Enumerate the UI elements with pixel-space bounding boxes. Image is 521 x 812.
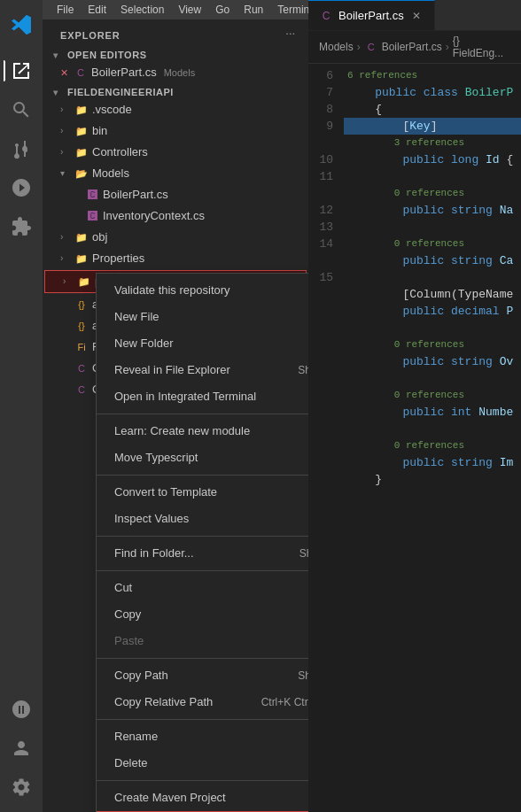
code-line: [Column(TypeName	[344, 286, 521, 303]
folder-icon: 📁	[74, 145, 89, 159]
explorer-icon[interactable]	[4, 53, 39, 89]
menu-inspect-values[interactable]: Inspect Values	[97, 506, 308, 532]
folder-icon: 📁	[74, 124, 89, 138]
code-line: }	[344, 471, 521, 488]
menu-validate-repository[interactable]: Validate this repository	[97, 277, 308, 304]
menu-copy[interactable]: Copy Ctrl+C	[97, 601, 308, 628]
tree-boilerpart-cs[interactable]: 🅲 BoilerPart.cs	[43, 184, 308, 205]
sidebar: File Edit Selection View Go Run Terminal…	[43, 0, 308, 812]
code-line	[344, 370, 521, 387]
editor-content: 6 7 8 9 10 11 12 13 14 15	[308, 64, 521, 812]
fieldengineeriapi-section[interactable]: ▾ FIELDENGINEERIAPI	[43, 83, 308, 99]
breadcrumb-filename[interactable]: BoilerPart.cs	[382, 41, 442, 53]
open-editor-context: Models	[164, 63, 195, 82]
vscode-logo-icon[interactable]	[4, 7, 39, 43]
folder-icon: 📁	[74, 103, 89, 117]
tab-close-button[interactable]: ✕	[409, 9, 424, 23]
rss-file-icon: Fi	[74, 340, 89, 354]
line-numbers: 6 7 8 9 10 11 12 13 14 15	[308, 64, 344, 812]
cs-file-icon: C	[74, 66, 88, 80]
breadcrumb-models[interactable]: Models	[319, 41, 354, 53]
open-editors-section[interactable]: ▾ OPEN EDITORS	[43, 46, 308, 62]
menu-paste[interactable]: Paste Ctrl+V	[97, 628, 308, 654]
tab-filename: BoilerPart.cs	[338, 9, 404, 22]
search-icon[interactable]	[4, 92, 39, 128]
code-line: public decimal P	[344, 303, 521, 320]
editor-tabs: C BoilerPart.cs ✕	[308, 0, 521, 31]
folder-icon: 📁	[74, 230, 89, 244]
code-line: 6 references	[344, 67, 521, 84]
code-line: 0 references	[344, 185, 521, 202]
menu-separator-1	[97, 414, 308, 414]
open-editor-boilerpart[interactable]: ✕ C BoilerPart.cs Models	[43, 62, 308, 83]
main-content: File Edit Selection View Go Run Terminal…	[43, 0, 521, 812]
tree-vscode[interactable]: › 📁 .vscode	[43, 99, 308, 120]
menu-copy-path[interactable]: Copy Path Shift+Alt+C	[97, 662, 308, 689]
fieldengineeriapi-label: FIELDENGINEERIAPI	[67, 87, 174, 97]
menu-view[interactable]: View	[171, 2, 208, 18]
menu-new-file[interactable]: New File	[97, 304, 308, 330]
cs-file-icon: C	[74, 361, 89, 375]
tree-properties[interactable]: › 📁 Properties	[43, 248, 308, 269]
menu-go[interactable]: Go	[208, 2, 237, 18]
json-file-icon: {}	[74, 319, 89, 333]
menu-rename[interactable]: Rename F2	[97, 723, 308, 750]
menu-open-terminal[interactable]: Open in Integrated Terminal	[97, 383, 308, 410]
menu-selection[interactable]: Selection	[113, 2, 171, 18]
breadcrumb-sep-2: ›	[446, 41, 449, 53]
code-line: {	[344, 101, 521, 118]
close-icon[interactable]: ✕	[60, 63, 68, 82]
menu-find-folder[interactable]: Find in Folder... Shift+Alt+F	[97, 540, 308, 567]
menu-run[interactable]: Run	[237, 2, 270, 18]
tree-item-label: .vscode	[92, 100, 132, 120]
menu-new-folder[interactable]: New Folder	[97, 330, 308, 357]
tree-item-label: Properties	[92, 249, 144, 268]
code-content: 6 references public class BoilerP { [Key…	[344, 64, 521, 812]
editor-tab-boilerpart[interactable]: C BoilerPart.cs ✕	[308, 0, 435, 30]
tree-bin[interactable]: › 📁 bin	[43, 120, 308, 142]
tree-inventorycontext-cs[interactable]: 🅲 InventoryContext.cs	[43, 205, 308, 227]
remote-icon[interactable]	[4, 692, 39, 727]
context-menu: Validate this repository New File New Fo…	[96, 273, 308, 812]
tree-item-label: Controllers	[92, 143, 148, 162]
code-line: public string Im	[344, 454, 521, 471]
code-line: 0 references	[344, 336, 521, 353]
tree-models[interactable]: ▾ 📂 Models	[43, 163, 308, 184]
menu-bar: File Edit Selection View Go Run Terminal…	[43, 0, 308, 20]
tree-obj[interactable]: › 📁 obj	[43, 227, 308, 248]
menu-terminal[interactable]: Terminal	[270, 2, 308, 18]
open-editors-chevron: ▾	[53, 50, 64, 60]
breadcrumb: Models › C BoilerPart.cs › {} FieldEng..…	[308, 31, 521, 64]
accounts-icon[interactable]	[4, 731, 39, 766]
menu-copy-relative-path[interactable]: Copy Relative Path Ctrl+K Ctrl+Shift+C	[97, 689, 308, 715]
code-line: public string Na	[344, 202, 521, 219]
editor-area: C BoilerPart.cs ✕ Models › C BoilerPart.…	[308, 0, 521, 812]
menu-cut[interactable]: Cut Ctrl+X	[97, 575, 308, 601]
code-line	[344, 269, 521, 286]
new-file-header-icon[interactable]: ⋯	[284, 27, 298, 43]
explorer-header-icons: ⋯	[284, 27, 298, 43]
menu-separator-4	[97, 570, 308, 571]
menu-edit[interactable]: Edit	[81, 2, 113, 18]
code-line: public class BoilerP	[344, 84, 521, 101]
extensions-icon[interactable]	[4, 209, 39, 244]
settings-icon[interactable]	[4, 769, 39, 805]
folder-icon: 📁	[77, 275, 91, 289]
menu-delete[interactable]: Delete Delete	[97, 750, 308, 777]
menu-convert-template[interactable]: Convert to Template	[97, 479, 308, 506]
breadcrumb-field[interactable]: {} FieldEng...	[453, 35, 510, 59]
menu-file[interactable]: File	[50, 2, 81, 18]
menu-separator-3	[97, 536, 308, 537]
breadcrumb-sep-1: ›	[357, 41, 361, 53]
menu-create-maven[interactable]: Create Maven Project	[97, 785, 308, 811]
menu-move-typescript[interactable]: Move Typescript	[97, 445, 308, 471]
code-line: public int Numbe	[344, 404, 521, 421]
menu-separator-7	[97, 780, 308, 781]
tree-controllers[interactable]: › 📁 Controllers	[43, 142, 308, 163]
source-control-icon[interactable]	[4, 131, 39, 166]
code-line: 3 references	[344, 135, 521, 151]
menu-learn-create-module[interactable]: Learn: Create new module	[97, 418, 308, 445]
code-line	[344, 219, 521, 236]
run-debug-icon[interactable]	[4, 170, 39, 205]
menu-reveal-file-explorer[interactable]: Reveal in File Explorer Shift+Alt+R	[97, 357, 308, 383]
